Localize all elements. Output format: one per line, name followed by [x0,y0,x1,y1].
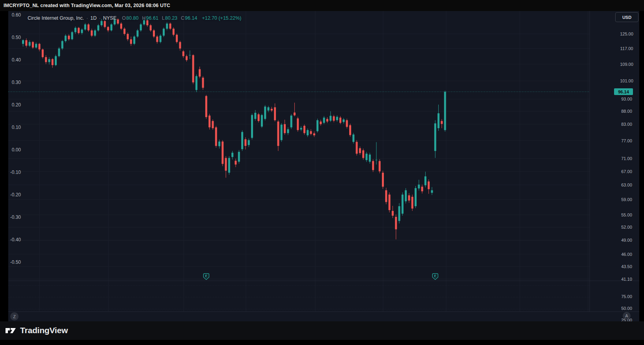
left-axis-label: 0.20 [8,102,21,108]
open-value: 80.80 [126,15,138,21]
left-axis-label: -0.40 [8,237,21,242]
timezone-button[interactable]: Z [10,312,19,321]
right-axis-label: 59.00 [615,197,638,202]
lower-pane-axis-label: 50.00 [615,306,638,311]
left-axis-label: 0.10 [8,125,21,130]
header-separator: · [99,15,101,21]
earnings-marker[interactable]: E [203,274,209,280]
symbol-header: Circle Internet Group, Inc. · 1D · NYSE … [28,14,241,22]
interval-label[interactable]: 1D [90,15,97,21]
left-axis-label: -0.30 [8,214,21,220]
change-value: +12.70 (+15.22%) [202,15,241,21]
right-axis-label: 67.00 [615,169,638,174]
right-axis-label: 41.10 [615,276,638,282]
high-label: H [142,15,146,21]
open-label: O [122,15,126,21]
low-label: L [162,15,165,21]
right-axis-label: 93.00 [615,96,638,102]
right-axis-label: 52.00 [615,224,638,230]
symbol-title[interactable]: Circle Internet Group, Inc. [28,15,84,21]
high-value: 96.61 [146,15,158,21]
right-axis-label: 49.00 [615,237,638,243]
left-axis-label: 0.50 [8,35,21,40]
auto-scale-button[interactable]: A [623,312,631,320]
exchange-label: NYSE [103,15,116,21]
attribution-bar: IMCRYPTO_NL created with TradingView.com… [0,0,644,11]
left-axis-label: -0.10 [8,170,21,175]
svg-text:E: E [434,274,436,278]
header-separator: · [86,15,88,21]
low-value: 80.23 [165,15,177,21]
right-axis-label: 101.00 [615,78,638,84]
right-axis-label: 88.00 [615,108,638,114]
lower-pane-axis-label: 75.00 [615,294,638,299]
right-axis-label: 46.00 [615,252,638,257]
attribution-text: IMCRYPTO_NL created with TradingView.com… [4,0,170,11]
right-axis-label: 77.00 [615,138,638,144]
right-axis-label: 109.00 [615,62,638,67]
left-axis-label: 0.60 [8,12,21,18]
left-axis-label: -0.20 [8,192,21,198]
right-axis-label: 125.00 [615,31,638,37]
tradingview-brand[interactable]: TradingView [5,324,68,336]
right-axis-label: 117.00 [615,46,638,51]
left-axis-label: 0.30 [8,80,21,85]
right-axis-label: 63.00 [615,182,638,188]
left-axis-label: 0.00 [8,147,21,153]
last-price-tag: 96.14 [614,88,633,95]
left-axis-label: 0.40 [8,57,21,63]
time-scale[interactable]: SepOctNovDec2026FebMarAprMay [8,311,639,322]
candlestick-chart-canvas[interactable]: EE [8,11,639,311]
left-axis-label: -0.50 [8,259,21,265]
close-label: C [181,15,184,21]
right-axis-label: 55.00 [615,212,638,218]
tradingview-wordmark: TradingView [20,326,68,335]
chart-widget[interactable]: EE Circle Internet Group, Inc. · 1D · NY… [8,11,639,321]
svg-text:E: E [205,274,207,278]
currency-button[interactable]: USD [615,12,638,22]
right-axis-label: 43.50 [615,264,638,269]
right-axis-label: 71.00 [615,156,638,161]
tradingview-logo-icon [5,324,17,336]
earnings-marker[interactable]: E [432,274,438,280]
ohlc-values: O80.80 H96.61 L80.23 C96.14 [122,15,197,21]
footer-bar: TradingView [0,321,644,340]
tradingview-snapshot: IMCRYPTO_NL created with TradingView.com… [0,0,644,345]
right-axis-label: 83.00 [615,121,638,127]
close-value: 96.14 [185,15,197,21]
